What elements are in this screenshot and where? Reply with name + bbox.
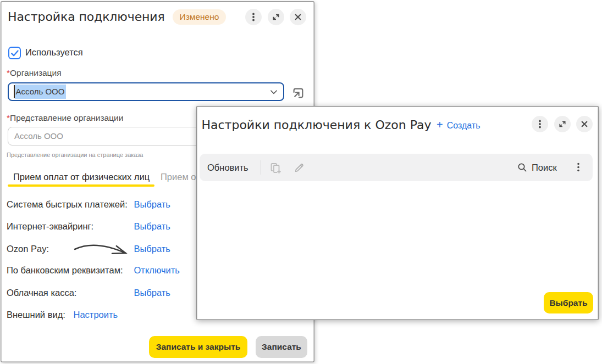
pencil-icon (293, 161, 306, 174)
copy-icon (269, 161, 282, 175)
active-tab-underline (8, 184, 154, 187)
tab-payments-individuals[interactable]: Прием оплат от физических лиц (13, 171, 150, 182)
choose-button[interactable]: Выбрать (544, 292, 593, 313)
open-organization-button[interactable] (290, 85, 306, 101)
close-icon (290, 9, 306, 25)
plus-icon: + (437, 119, 443, 131)
copy-item-button[interactable] (269, 161, 282, 177)
representation-hint: Представление организации на странице за… (7, 152, 143, 158)
representation-value: Ассоль ООО (14, 131, 63, 141)
used-checkbox-label[interactable]: Используется (25, 47, 83, 58)
expand-icon (554, 116, 571, 132)
expand-window-button[interactable] (268, 9, 284, 25)
close-window-button[interactable] (576, 116, 593, 132)
empty-list-area[interactable] (200, 186, 593, 287)
acquiring-select-link[interactable]: Выбрать (134, 221, 170, 232)
checkmark-icon (10, 49, 19, 57)
edit-item-button[interactable] (293, 161, 306, 176)
toolbar-divider (261, 160, 261, 175)
ozon-pay-settings-window: Настройки подключения к Ozon Pay + Созда… (196, 106, 599, 320)
ozon-pay-select-link[interactable]: Выбрать (134, 243, 170, 254)
representation-label: *Представление организации (7, 113, 123, 123)
toolbar-more-button[interactable] (572, 161, 585, 174)
kebab-icon (245, 9, 262, 25)
window-title: Настройки подключения к Ozon Pay (202, 118, 432, 132)
expand-icon (268, 9, 284, 25)
open-in-window-icon (291, 86, 306, 100)
list-toolbar: Обновить Поиск (200, 154, 593, 181)
appearance-configure-link[interactable]: Настроить (74, 309, 118, 320)
hand-drawn-arrow-annotation (73, 242, 129, 258)
chevron-down-icon[interactable] (270, 90, 277, 94)
expand-window-button[interactable] (554, 116, 571, 132)
cloud-cashbox-select-link[interactable]: Выбрать (134, 287, 170, 298)
kebab-icon (572, 161, 585, 174)
kebab-icon (532, 116, 548, 132)
refresh-button[interactable]: Обновить (207, 162, 248, 173)
more-menu-button[interactable] (532, 116, 548, 132)
close-icon (576, 116, 593, 132)
save-button[interactable]: Записать (256, 336, 307, 358)
search-icon (517, 163, 527, 172)
organization-label: *Организация (7, 68, 62, 78)
bank-details-disable-link[interactable]: Отключить (134, 265, 180, 276)
used-checkbox[interactable] (8, 47, 21, 59)
save-and-close-button[interactable]: Записать и закрыть (149, 336, 247, 358)
sbp-select-link[interactable]: Выбрать (134, 199, 170, 210)
organization-value: Ассоль ООО (15, 85, 67, 99)
create-button[interactable]: + Создать (437, 119, 481, 133)
search-button[interactable]: Поиск (517, 154, 557, 181)
modified-badge: Изменено (173, 9, 226, 25)
organization-combobox[interactable]: Ассоль ООО (8, 82, 284, 102)
window-title: Настройка подключения (8, 10, 165, 24)
close-window-button[interactable] (290, 9, 306, 25)
more-menu-button[interactable] (245, 9, 262, 25)
